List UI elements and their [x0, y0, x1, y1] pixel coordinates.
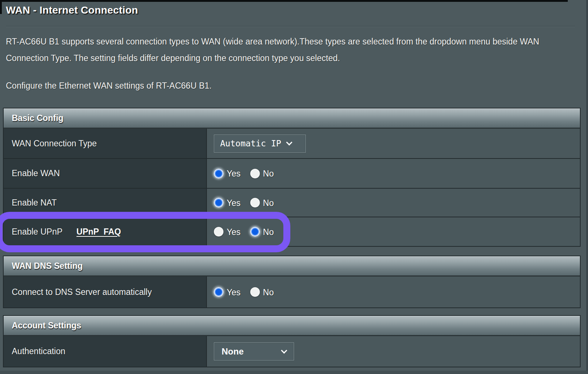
enable-wan-label: Enable WAN	[4, 159, 206, 188]
wan-connection-type-label: WAN Connection Type	[4, 129, 206, 158]
account-settings-table: Account Settings Authentication None	[3, 315, 581, 367]
wan-connection-type-cell: Automatic IP	[206, 129, 580, 158]
wan-connection-type-select[interactable]: Automatic IP	[214, 135, 306, 153]
table-row: WAN Connection Type Automatic IP	[4, 129, 580, 158]
enable-upnp-yes-radio[interactable]	[214, 227, 223, 236]
table-row: Enable UPnP UPnP FAQ Yes No	[4, 217, 580, 246]
enable-wan-no-radio[interactable]	[250, 169, 260, 178]
title-divider	[6, 26, 575, 27]
table-row: Connect to DNS Server automatically Yes …	[4, 277, 580, 307]
enable-nat-yes-radio[interactable]	[214, 198, 223, 207]
enable-upnp-yes-label: Yes	[227, 227, 241, 237]
table-row: Enable NAT Yes No	[4, 188, 580, 217]
basic-config-table: Basic Config WAN Connection Type Automat…	[3, 108, 581, 247]
corner-notch	[0, 0, 2, 14]
intro-paragraph: RT-AC66U B1 supports several connection …	[6, 33, 559, 67]
authentication-cell: None	[206, 336, 580, 367]
enable-upnp-label: Enable UPnP	[12, 227, 62, 237]
authentication-select[interactable]: None	[214, 342, 294, 360]
authentication-value: None	[222, 346, 244, 357]
enable-upnp-cell: Enable UPnP UPnP FAQ	[4, 217, 206, 246]
enable-wan-yes-radio[interactable]	[214, 169, 223, 178]
wan-dns-table: WAN DNS Setting Connect to DNS Server au…	[3, 256, 581, 308]
right-edge-strip	[586, 0, 588, 374]
authentication-label: Authentication	[4, 336, 206, 367]
bottom-edge-strip	[0, 371, 588, 374]
dns-auto-no-label: No	[263, 288, 274, 298]
wan-connection-type-value: Automatic IP	[220, 139, 281, 148]
enable-nat-cell: Yes No	[206, 189, 580, 217]
table-row: Authentication None	[4, 336, 580, 367]
enable-wan-cell: Yes No	[206, 159, 580, 188]
enable-nat-label: Enable NAT	[4, 189, 206, 217]
upnp-faq-link[interactable]: UPnP FAQ	[76, 227, 121, 237]
top-edge-strip	[0, 0, 568, 2]
enable-wan-no-label: No	[263, 169, 274, 179]
dns-auto-yes-radio[interactable]	[214, 287, 223, 297]
enable-upnp-value-cell: Yes No	[206, 217, 580, 246]
basic-config-header: Basic Config	[4, 108, 580, 129]
chevron-down-icon	[281, 347, 287, 353]
enable-upnp-no-radio[interactable]	[250, 227, 260, 236]
enable-wan-yes-label: Yes	[227, 169, 241, 179]
wan-dns-header: WAN DNS Setting	[4, 256, 580, 277]
dns-auto-label: Connect to DNS Server automatically	[4, 277, 206, 307]
dns-auto-cell: Yes No	[206, 277, 580, 307]
enable-upnp-no-label: No	[263, 227, 274, 237]
chevron-down-icon	[286, 139, 293, 146]
wan-settings-page: WAN - Internet Connection RT-AC66U B1 su…	[0, 0, 588, 374]
configure-note: Configure the Ethernet WAN settings of R…	[6, 78, 559, 94]
enable-nat-yes-label: Yes	[227, 198, 241, 208]
table-row: Enable WAN Yes No	[4, 158, 580, 188]
dns-auto-no-radio[interactable]	[250, 287, 260, 297]
enable-nat-no-label: No	[263, 198, 274, 208]
page-title: WAN - Internet Connection	[6, 4, 138, 16]
enable-nat-no-radio[interactable]	[250, 198, 260, 207]
dns-auto-yes-label: Yes	[227, 288, 241, 298]
account-settings-header: Account Settings	[4, 316, 580, 336]
